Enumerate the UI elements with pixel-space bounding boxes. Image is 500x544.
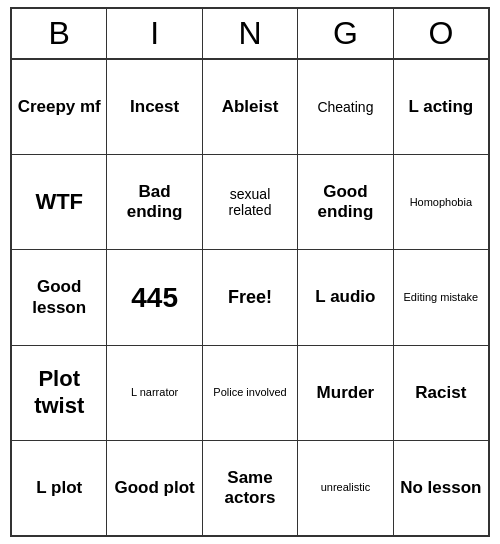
- bingo-cell[interactable]: 445: [107, 250, 202, 344]
- bingo-body: Creepy mfIncestAbleistCheatingL actingWT…: [12, 60, 488, 535]
- bingo-cell[interactable]: Bad ending: [107, 155, 202, 249]
- bingo-cell[interactable]: Incest: [107, 60, 202, 154]
- bingo-header: BINGO: [12, 9, 488, 60]
- bingo-cell[interactable]: Free!: [203, 250, 298, 344]
- bingo-cell[interactable]: Racist: [394, 346, 488, 440]
- bingo-cell[interactable]: Ableist: [203, 60, 298, 154]
- bingo-row: Good lesson445Free!L audioEditing mistak…: [12, 250, 488, 345]
- header-letter: B: [12, 9, 107, 58]
- bingo-cell[interactable]: Creepy mf: [12, 60, 107, 154]
- bingo-row: Creepy mfIncestAbleistCheatingL acting: [12, 60, 488, 155]
- bingo-cell[interactable]: Homophobia: [394, 155, 488, 249]
- bingo-card: BINGO Creepy mfIncestAbleistCheatingL ac…: [10, 7, 490, 537]
- bingo-cell[interactable]: Cheating: [298, 60, 393, 154]
- bingo-cell[interactable]: Good ending: [298, 155, 393, 249]
- bingo-row: WTFBad endingsexual relatedGood endingHo…: [12, 155, 488, 250]
- header-letter: N: [203, 9, 298, 58]
- bingo-cell[interactable]: Same actors: [203, 441, 298, 535]
- bingo-cell[interactable]: Editing mistake: [394, 250, 488, 344]
- bingo-cell[interactable]: Good plot: [107, 441, 202, 535]
- bingo-cell[interactable]: Police involved: [203, 346, 298, 440]
- bingo-cell[interactable]: Plot twist: [12, 346, 107, 440]
- bingo-cell[interactable]: No lesson: [394, 441, 488, 535]
- bingo-cell[interactable]: L plot: [12, 441, 107, 535]
- bingo-cell[interactable]: unrealistic: [298, 441, 393, 535]
- bingo-cell[interactable]: Murder: [298, 346, 393, 440]
- bingo-cell[interactable]: L acting: [394, 60, 488, 154]
- bingo-row: L plotGood plotSame actorsunrealisticNo …: [12, 441, 488, 535]
- bingo-cell[interactable]: WTF: [12, 155, 107, 249]
- bingo-cell[interactable]: L narrator: [107, 346, 202, 440]
- header-letter: O: [394, 9, 488, 58]
- bingo-cell[interactable]: Good lesson: [12, 250, 107, 344]
- bingo-cell[interactable]: L audio: [298, 250, 393, 344]
- header-letter: I: [107, 9, 202, 58]
- header-letter: G: [298, 9, 393, 58]
- bingo-cell[interactable]: sexual related: [203, 155, 298, 249]
- bingo-row: Plot twistL narratorPolice involvedMurde…: [12, 346, 488, 441]
